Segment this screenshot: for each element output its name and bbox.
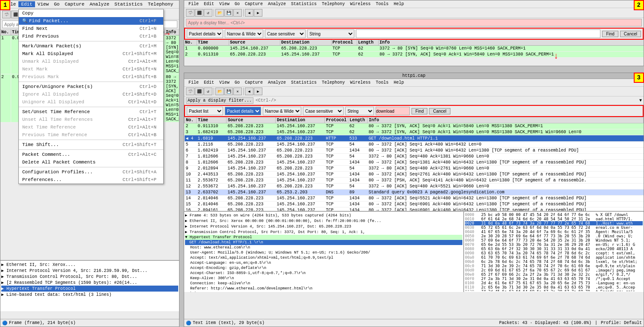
find-width-select[interactable]: Narrow & Wide Narrow Wide: [225, 29, 263, 38]
tr-menu-go[interactable]: Go: [232, 1, 242, 7]
br-btn-fwd[interactable]: ▶: [254, 88, 262, 95]
menu-next-time-ref[interactable]: Next Time Reference Ctrl+Alt+N: [19, 123, 163, 131]
menu-go[interactable]: Go: [51, 1, 62, 7]
tr-menu-file[interactable]: File: [186, 1, 201, 7]
table-row[interactable]: 20.91131065.208.228.223145.254.160.237TC…: [185, 123, 644, 129]
table-row[interactable]: 1 0.000000 145.254.160.237 65.208.228.22…: [184, 46, 644, 52]
find-field-select[interactable]: Packet details Packet list Packet bytes: [187, 29, 223, 38]
br-menu-analyze[interactable]: Analyze: [265, 80, 288, 85]
menu-find-packet[interactable]: 🔍 Find Packet... Ctrl+F: [19, 17, 163, 25]
table-row[interactable]: 122.553672145.254.160.23765.208.228.223T…: [185, 184, 644, 190]
br-menu-view[interactable]: View: [217, 80, 232, 85]
menu-view[interactable]: View: [35, 1, 51, 7]
menu-delete-comments[interactable]: Delete All Packet Comments: [19, 158, 163, 166]
tr-filter-input[interactable]: [186, 19, 642, 26]
menu-config-profiles[interactable]: Configuration Profiles... Ctrl+Shift+A: [19, 168, 163, 176]
tr-menu-analyze[interactable]: Analyze: [265, 1, 288, 7]
find-search-input[interactable]: [356, 29, 600, 38]
tr-menu-telephony[interactable]: Telephony: [319, 1, 347, 7]
menu-ignore-all[interactable]: Ignore All Displayed Ctrl+Shift+D: [19, 91, 163, 98]
menu-find-previous[interactable]: Find Previous Ctrl+B: [19, 32, 163, 40]
br-find-type-select[interactable]: String Hex value: [345, 107, 374, 115]
find-case-select[interactable]: Case sensitive Case insensitive: [265, 29, 306, 38]
tr-btn-restart[interactable]: ↺: [204, 9, 212, 17]
br-menu-go[interactable]: Go: [232, 80, 242, 85]
table-row[interactable]: 71.812606145.254.160.23765.208.228.223TC…: [185, 154, 644, 160]
br-find-width-select[interactable]: Narrow & Wide Narrow Wide: [263, 107, 301, 115]
btn-shark[interactable]: 🦈: [2, 11, 11, 18]
menu-prev-mark[interactable]: Previous Mark Ctrl+Shift+B: [19, 73, 163, 81]
tr-menu-help[interactable]: Help: [391, 1, 406, 7]
menu-capture[interactable]: Capture: [62, 1, 87, 7]
tr-menu-statistics[interactable]: Statistics: [288, 1, 319, 7]
detail-http[interactable]: ▶ Hypertext Transfer Protocol: [1, 286, 178, 292]
br-menu-wireless[interactable]: Wireless: [347, 80, 373, 85]
menu-analyze[interactable]: Analyze: [87, 1, 112, 7]
menu-time-shift[interactable]: Time Shift... Ctrl+Shift+T: [19, 141, 163, 149]
menu-unignore-all[interactable]: Unignore All Displayed Ctrl+Alt+D: [19, 98, 163, 106]
br-btn-back[interactable]: ◀: [245, 88, 253, 95]
br-find-button[interactable]: Find: [412, 108, 427, 114]
br-menu-edit[interactable]: Edit: [201, 80, 217, 85]
menu-ignore-unignore[interactable]: Ignore/Unignore Packet(s) Ctrl+D: [19, 83, 163, 91]
br-btn-restart[interactable]: ↺: [204, 88, 212, 95]
table-row[interactable]: 132.633702145.254.160.23765.253.2.203DNS…: [185, 190, 644, 196]
menu-find-next[interactable]: Find Next Ctrl+N: [19, 25, 163, 32]
br-btn-stop[interactable]: ⬛: [195, 88, 203, 95]
br-menu-statistics[interactable]: Statistics: [288, 80, 319, 85]
find-type-select[interactable]: String Hex value Regular Expression: [307, 29, 354, 38]
table-row[interactable]: 31.68241965.208.228.223145.254.160.237TC…: [185, 129, 644, 135]
table-row-selected[interactable]: ◀ 41.6819145.254.160.23765.208.228.223HT…: [185, 135, 644, 142]
table-row[interactable]: 162.89416165.208.228.223145.254.160.237T…: [185, 207, 644, 211]
table-row[interactable]: 61.682419145.254.160.23765.208.228.223TC…: [185, 148, 644, 154]
br-btn-open[interactable]: 📂: [215, 88, 224, 95]
table-row[interactable]: 112.55367265.208.228.223145.254.160.237T…: [185, 178, 644, 184]
tr-btn-fwd[interactable]: ▶: [254, 9, 262, 17]
menu-edit[interactable]: Edit: [18, 1, 35, 7]
br-find-field-select[interactable]: Packet list Packet details Packet bytes: [187, 107, 223, 115]
table-row[interactable]: 142.81404665.208.228.223145.254.160.237T…: [185, 196, 644, 201]
br-btn-shark[interactable]: 🦈: [186, 88, 194, 95]
table-row[interactable]: 92.012894145.254.160.23765.208.228.223TC…: [185, 166, 644, 172]
menu-packet-comment[interactable]: Packet Comment... Ctrl+Alt+C: [19, 151, 163, 158]
menu-unset-time-refs[interactable]: Unset All Time References Ctrl+Alt+T: [19, 116, 163, 123]
br-menu-help[interactable]: Help: [391, 80, 406, 85]
br-btn-save[interactable]: 💾: [224, 88, 233, 95]
tr-btn-back[interactable]: ◀: [245, 9, 253, 17]
table-row[interactable]: 2 0.911310 65.208.228.223 145.254.160.23…: [184, 52, 644, 58]
menu-next-mark[interactable]: Next Mark Ctrl+Shift+N: [19, 65, 163, 73]
find-button[interactable]: Find: [602, 31, 618, 37]
cancel-button[interactable]: Cancel: [620, 31, 641, 37]
table-row[interactable]: 152.81404665.208.228.223145.254.160.237T…: [185, 201, 644, 207]
menu-prev-time-ref[interactable]: Previous Time Reference Ctrl+Alt+B: [19, 131, 163, 139]
br-find-field-select2[interactable]: Packet details Packet list: [225, 107, 261, 115]
table-row[interactable]: 102.44351365.208.228.223145.254.160.237T…: [185, 172, 644, 178]
filter-dropdown-btn[interactable]: ▼: [639, 98, 642, 103]
br-menu-capture[interactable]: Capture: [242, 80, 265, 85]
tr-btn-open[interactable]: 📂: [215, 9, 224, 17]
table-row[interactable]: 51.211665.208.228.223145.254.160.237TCP5…: [185, 142, 644, 148]
tr-btn-save[interactable]: 💾: [224, 9, 233, 17]
table-row[interactable]: 81.81260665.208.228.223145.254.160.237TC…: [185, 160, 644, 166]
br-btn-close[interactable]: ✕: [233, 88, 242, 95]
br-menu-telephony[interactable]: Telephony: [319, 80, 347, 85]
menu-telephony[interactable]: Telephony: [145, 1, 176, 7]
apply-filter-label[interactable]: Apply a display filter...: [186, 97, 253, 104]
menu-statistics[interactable]: Statistics: [112, 1, 145, 7]
menu-preferences[interactable]: Preferences... Ctrl+Shift+P: [19, 176, 163, 184]
tr-btn-close[interactable]: ✕: [233, 9, 242, 17]
tr-menu-wireless[interactable]: Wireless: [347, 1, 373, 7]
tr-menu-capture[interactable]: Capture: [242, 1, 265, 7]
menu-copy[interactable]: Copy: [19, 9, 163, 17]
br-menu-tools[interactable]: Tools: [373, 80, 391, 85]
tr-menu-tools[interactable]: Tools: [373, 1, 391, 7]
tr-btn-stop[interactable]: ⬛: [195, 9, 203, 17]
br-menu-file[interactable]: File: [186, 80, 201, 85]
tree-get-item[interactable]: GET /download.html HTTP/1.1 \r\n: [185, 240, 462, 245]
br-find-search-input[interactable]: download: [376, 107, 410, 115]
tree-http-item[interactable]: ▼ Hypertext Transfer Protocol: [185, 235, 462, 240]
tr-menu-edit[interactable]: Edit: [201, 1, 217, 7]
br-find-case-select[interactable]: Case sensitive Case insensitive: [303, 107, 344, 115]
menu-mark-unmark[interactable]: Mark/Unmark Packet(s) Ctrl+M: [19, 42, 163, 50]
br-cancel-button[interactable]: Cancel: [429, 108, 450, 114]
